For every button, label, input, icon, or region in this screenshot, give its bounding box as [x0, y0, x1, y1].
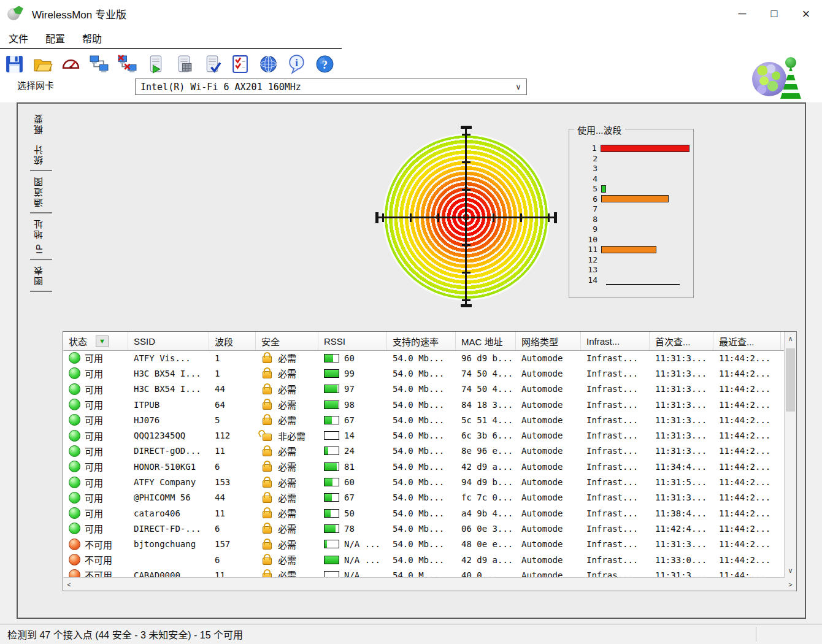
toolbar: i?	[4, 50, 336, 77]
cell-ssid: ITPUB	[128, 400, 209, 410]
script-report-icon[interactable]	[173, 53, 194, 75]
cell-net_type: Automode	[516, 524, 581, 534]
column-header-rate[interactable]: 支持的速率	[387, 332, 456, 350]
cell-last_seen: 11:44:2...	[713, 539, 781, 549]
rssi-value: 67	[344, 493, 355, 502]
side-tab-1[interactable]: 统计	[30, 139, 52, 171]
scroll-down-button[interactable]: ∨	[785, 565, 796, 577]
column-header-ssid[interactable]: SSID	[128, 332, 209, 350]
column-header-band[interactable]: 波段	[209, 332, 256, 350]
cell-net_type: Automode	[516, 431, 581, 440]
channel-usage-title: 使用...波段	[574, 123, 625, 136]
cell-rate: 54.0 Mb...	[387, 493, 456, 502]
table-row[interactable]: 可用@PHICOMM_5644必需6754.0 Mb...fc 7c 0...A…	[63, 490, 785, 505]
table-row[interactable]: 不可用bjtongchuang157必需N/A ...54.0 Mb...48 …	[63, 537, 785, 552]
cell-band: 157	[209, 539, 256, 549]
status-label: 可用	[85, 491, 103, 504]
rssi-value: 24	[344, 446, 355, 456]
gauge-icon[interactable]	[60, 53, 82, 75]
rssi-value: 99	[344, 369, 355, 378]
cell-first_seen: 11:31:3...	[650, 493, 713, 502]
scroll-right-button[interactable]: >	[785, 578, 796, 591]
network-disconnect-icon[interactable]	[117, 53, 138, 75]
menu-help[interactable]: 帮助	[74, 31, 110, 45]
side-tab-2[interactable]: 通道图	[30, 171, 52, 213]
column-header-security[interactable]: 安全	[256, 332, 318, 350]
column-header-label: MAC 地址	[461, 335, 503, 348]
column-header-first_seen[interactable]: 首次查...	[650, 332, 713, 350]
table-row[interactable]: 可用ATFY Vis...1必需6054.0 Mb...96 d9 b...Au…	[63, 350, 785, 366]
cell-mac: 42 d9 a...	[456, 555, 516, 565]
table-row[interactable]: 可用HJ0765必需6754.0 Mb...5c 51 4...Automode…	[63, 412, 785, 427]
column-header-infra[interactable]: Infrast...	[581, 332, 650, 350]
adapter-dropdown[interactable]: Intel(R) Wi-Fi 6 AX201 160MHz ∨	[135, 79, 527, 95]
side-tab-4[interactable]: 图表	[30, 260, 52, 292]
column-header-last_seen[interactable]: 最近查...	[713, 332, 781, 350]
table-row[interactable]: 可用QQQ12345QQ112非必需1454.0 Mb...6c 3b 6...…	[63, 427, 785, 443]
menu-file[interactable]: 文件	[0, 31, 37, 45]
table-row[interactable]: 可用DIRECT-gOD...11必需2454.0 Mb...8e 96 e..…	[63, 443, 785, 459]
maximize-button[interactable]: □	[758, 1, 790, 28]
cell-band: 44	[209, 493, 256, 502]
table-row[interactable]: 可用HONOR-510KG16必需8154.0 Mb...42 d9 a...A…	[63, 459, 785, 474]
close-button[interactable]: ×	[790, 1, 822, 28]
cell-infra: Infrast...	[581, 400, 650, 410]
cell-infra: Infrast...	[581, 369, 650, 378]
rssi-bar	[324, 447, 339, 455]
table-row[interactable]: 可用ATFY Company153必需6054.0 Mb...94 d9 b..…	[63, 474, 785, 489]
vertical-scroll-thumb[interactable]	[786, 348, 795, 412]
cell-rssi: 60	[318, 477, 387, 487]
scroll-left-button[interactable]: <	[63, 578, 75, 590]
cell-net_type: Automode	[516, 384, 581, 394]
column-header-label: 最近查...	[719, 335, 755, 348]
cell-first_seen: 11:31:3...	[650, 384, 713, 394]
table-row[interactable]: 不可用6必需N/A ...54.0 Mb...42 d9 a...Automod…	[63, 552, 785, 567]
cell-ssid: DIRECT-FD-...	[128, 524, 209, 534]
help-icon[interactable]: ?	[314, 53, 336, 75]
side-tab-3[interactable]: IP 地址	[30, 213, 52, 260]
column-header-net_type[interactable]: 网络类型	[516, 332, 581, 350]
table-row[interactable]: 可用DIRECT-FD-...6必需7854.0 Mb...06 0e 3...…	[63, 521, 785, 536]
script-verify-icon[interactable]	[201, 53, 223, 75]
column-header-mac[interactable]: MAC 地址	[456, 332, 516, 350]
info-icon[interactable]: i	[286, 53, 307, 75]
minimize-button[interactable]: ─	[726, 1, 758, 28]
open-folder-icon[interactable]	[32, 53, 53, 75]
column-header-rssi[interactable]: RSSI	[318, 332, 387, 350]
rssi-value: 97	[344, 384, 355, 394]
table-row[interactable]: 可用H3C_BX54_I...44必需9754.0 Mb...74 50 4..…	[63, 381, 785, 397]
menu-config[interactable]: 配置	[37, 31, 74, 45]
column-header-label: 首次查...	[655, 335, 691, 348]
horizontal-scrollbar[interactable]: <	[63, 577, 785, 591]
cell-security: 必需	[256, 569, 318, 578]
checklist-icon[interactable]	[229, 53, 251, 75]
chevron-down-icon: ∨	[510, 82, 526, 91]
cell-net_type: Automode	[516, 493, 581, 502]
channel-row-3: 3	[569, 164, 689, 172]
cell-net_type: Automode	[516, 508, 581, 518]
security-label: 必需	[278, 398, 296, 411]
table-row[interactable]: 不可用CABAD000011必需N/A54.0 M...40 0...Autom…	[63, 567, 785, 578]
vertical-scrollbar[interactable]: ∧ ∨	[784, 332, 796, 578]
cell-rate: 54.0 Mb...	[387, 524, 456, 534]
side-tab-strip: 概要统计通道图IP 地址图表	[30, 109, 52, 292]
cell-first_seen: 11:31:5...	[650, 477, 713, 487]
rssi-bar	[324, 462, 339, 471]
table-row[interactable]: 可用cataro40611必需5054.0 Mb...a4 9b 4...Aut…	[63, 505, 785, 521]
network-icon[interactable]	[88, 53, 110, 75]
cell-last_seen: 11:44:2...	[713, 508, 781, 518]
security-label: 必需	[278, 538, 296, 551]
sort-descending-icon: ▼	[96, 335, 109, 347]
cell-net_type: Automode	[516, 555, 581, 565]
table-row[interactable]: 可用ITPUB64必需9854.0 Mb...84 18 3...Automod…	[63, 397, 785, 412]
save-icon[interactable]	[4, 53, 25, 75]
scroll-up-button[interactable]: ∧	[785, 333, 796, 345]
web-icon[interactable]	[258, 53, 279, 75]
table-row[interactable]: 可用H3C_BX54_I...1必需9954.0 Mb...74 50 4...…	[63, 366, 785, 381]
side-tab-0[interactable]: 概要	[30, 109, 52, 139]
column-header-status[interactable]: 状态▼	[63, 332, 128, 350]
unlock-icon	[263, 434, 272, 441]
script-export-icon[interactable]	[145, 53, 166, 75]
lock-icon	[263, 402, 272, 410]
cell-rssi: 67	[318, 493, 387, 502]
